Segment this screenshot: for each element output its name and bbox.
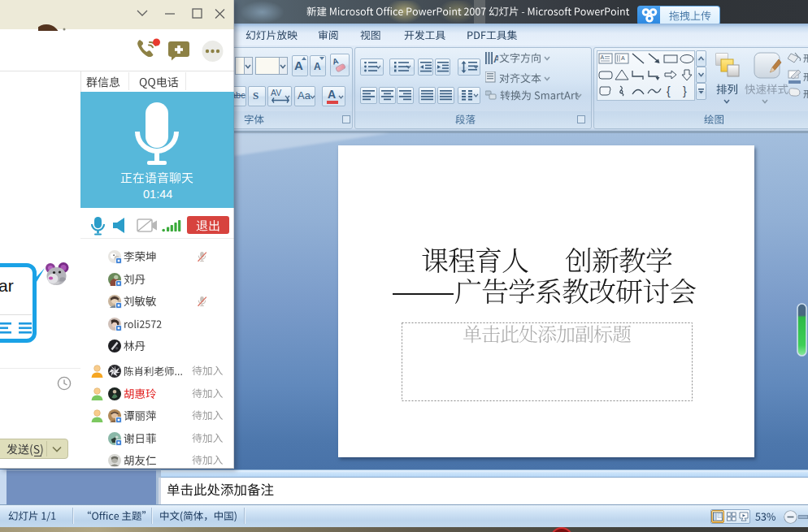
svg-text:}: } <box>683 84 687 97</box>
svg-text:A: A <box>601 54 605 60</box>
svg-text:A: A <box>621 55 625 61</box>
svg-text:A: A <box>493 54 498 64</box>
svg-text:{: { <box>667 84 671 97</box>
